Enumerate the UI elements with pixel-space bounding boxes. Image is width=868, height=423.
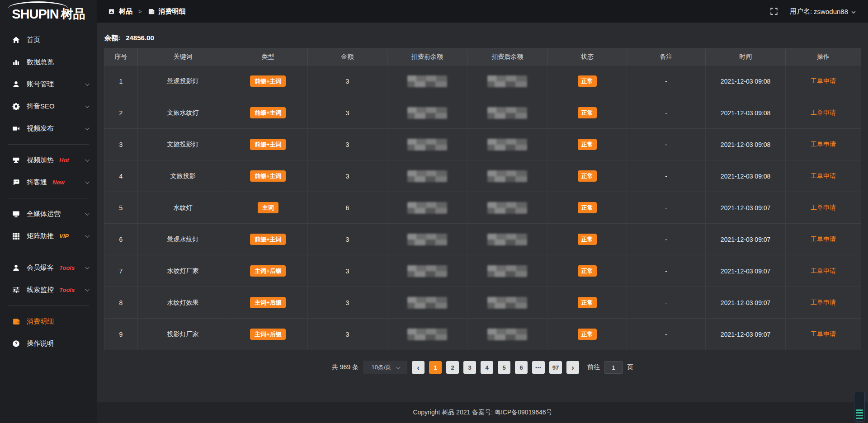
redacted-balance-after (487, 139, 527, 150)
sidebar-item-video-heat[interactable]: 视频加热Hot (0, 149, 97, 171)
time-text: 2021-12-03 09:07 (721, 268, 771, 275)
page-button-6[interactable]: 6 (515, 361, 528, 374)
time-text: 2021-12-03 09:08 (721, 141, 771, 148)
amount-text: 3 (345, 268, 349, 275)
sidebar-item-account-manage[interactable]: 账号管理 (0, 73, 97, 95)
table-header-row: 序号关键词类型金额扣费前余额扣费后余额状态备注时间操作 (104, 49, 861, 65)
chevron-down-icon (85, 211, 90, 216)
sidebar-item-video-publish[interactable]: 视频发布 (0, 118, 97, 140)
work-order-link[interactable]: 工单申请 (811, 330, 836, 338)
work-order-link[interactable]: 工单申请 (811, 141, 836, 149)
work-order-link[interactable]: 工单申请 (811, 204, 836, 212)
sidebar-item-media-operation[interactable]: 全媒体运营 (0, 203, 97, 225)
type-badge: 主词+后缀 (250, 329, 286, 340)
sidebar-item-badge: New (52, 179, 65, 186)
note-text: - (665, 236, 667, 243)
copyright-text: Copyright 树品 2021 备案号: 粤ICP备09019646号 (413, 409, 552, 417)
username-value: zswodun88 (814, 8, 848, 15)
table-row: 7水纹灯厂家主词+后缀3正常-2021-12-03 09:07工单申请 (104, 255, 861, 287)
goto-label: 前往 (587, 363, 600, 371)
sidebar-item-douketong[interactable]: 抖客通New (0, 171, 97, 193)
page-size-select[interactable]: 10条/页 (363, 361, 407, 374)
page-button-4[interactable]: 4 (481, 361, 493, 374)
work-order-link[interactable]: 工单申请 (811, 267, 836, 275)
column-header: 操作 (786, 49, 861, 65)
keyword-text: 文旅投影 (170, 172, 195, 180)
chevron-down-icon (85, 233, 90, 238)
work-order-link[interactable]: 工单申请 (811, 172, 836, 180)
chevron-down-icon (396, 365, 401, 369)
sidebar-item-label: 视频加热 (27, 156, 54, 164)
sidebar-item-member-burst[interactable]: 会员爆客Tools (0, 257, 97, 279)
work-order-link[interactable]: 工单申请 (811, 77, 836, 85)
type-badge: 前缀+主词 (250, 75, 286, 87)
goto-page-input[interactable] (604, 361, 623, 374)
row-index: 4 (119, 173, 123, 180)
sidebar-item-data-overview[interactable]: 数据总览 (0, 51, 97, 73)
note-text: - (665, 268, 667, 275)
logo-arc-decoration (8, 1, 68, 15)
sidebar-item-home[interactable]: 首页 (0, 29, 97, 51)
sidebar-item-label: 操作说明 (27, 339, 54, 348)
work-order-link[interactable]: 工单申请 (811, 299, 836, 307)
sidebar-item-label: 线索监控 (27, 286, 54, 294)
work-order-link[interactable]: 工单申请 (811, 109, 836, 117)
floating-widget[interactable] (854, 392, 865, 422)
redacted-balance-before (407, 170, 447, 182)
redacted-balance-after (487, 234, 527, 245)
redacted-balance-before (407, 234, 447, 245)
type-badge: 前缀+主词 (250, 170, 286, 182)
sidebar-item-douyin-seo[interactable]: 抖音SEO (0, 95, 97, 118)
next-page-button[interactable]: › (566, 361, 579, 374)
chevron-down-icon (85, 265, 90, 269)
page-button-2[interactable]: 2 (446, 361, 459, 374)
page-button-5[interactable]: 5 (498, 361, 510, 374)
table-body: 1景观投影灯前缀+主词3正常-2021-12-03 09:08工单申请2文旅水纹… (104, 65, 861, 350)
amount-text: 3 (345, 141, 349, 148)
sidebar-item-operation-guide[interactable]: ?操作说明 (0, 333, 97, 355)
table-row: 3文旅投影灯前缀+主词3正常-2021-12-03 09:08工单申请 (104, 128, 861, 160)
amount-text: 6 (345, 204, 349, 212)
sidebar-item-label: 首页 (27, 36, 40, 44)
redacted-balance-before (407, 139, 447, 150)
app-logo[interactable]: SHUPIN 树品 (0, 0, 97, 28)
user-area: 用户名: zswodun88 (770, 7, 856, 16)
sidebar: SHUPIN 树品 首页数据总览账号管理抖音SEO视频发布视频加热Hot抖客通N… (0, 0, 97, 423)
table-row: 4文旅投影前缀+主词3正常-2021-12-03 09:08工单申请 (104, 160, 861, 192)
breadcrumb-current: 消费明细 (159, 7, 186, 16)
sidebar-divider (8, 198, 89, 198)
sidebar-item-label: 抖音SEO (27, 102, 55, 111)
row-index: 6 (119, 236, 123, 243)
keyword-text: 水纹灯效果 (167, 299, 198, 307)
row-index: 2 (119, 109, 123, 117)
redacted-balance-before (407, 265, 447, 277)
sidebar-item-consume-detail[interactable]: 消费明细 (0, 310, 97, 333)
type-badge: 前缀+主词 (250, 139, 286, 150)
sidebar-item-label: 消费明细 (27, 317, 54, 326)
user-menu[interactable]: 用户名: zswodun88 (790, 7, 856, 16)
column-header: 扣费前余额 (387, 49, 467, 65)
type-badge: 主词+后缀 (250, 265, 286, 277)
redacted-balance-after (487, 297, 527, 309)
breadcrumb-root[interactable]: 树品 (119, 7, 132, 16)
home-icon (12, 36, 20, 44)
wallet-icon (148, 8, 155, 15)
prev-page-button[interactable]: ‹ (412, 361, 425, 374)
page-button-97[interactable]: 97 (549, 361, 562, 374)
footer: Copyright 树品 2021 备案号: 粤ICP备09019646号 (97, 402, 868, 423)
page-button-1[interactable]: 1 (429, 361, 442, 374)
page-button-3[interactable]: 3 (463, 361, 476, 374)
fullscreen-icon[interactable] (770, 7, 778, 15)
type-badge: 主词+后缀 (250, 297, 286, 308)
page-ellipsis-button[interactable]: ••• (532, 361, 545, 374)
keyword-text: 景观投影灯 (167, 77, 198, 85)
redacted-balance-before (407, 75, 447, 87)
work-order-link[interactable]: 工单申请 (811, 235, 836, 244)
sidebar-item-clue-monitor[interactable]: 线索监控Tools (0, 279, 97, 301)
amount-text: 3 (345, 109, 349, 117)
time-text: 2021-12-03 09:08 (721, 78, 771, 85)
balance-label: 余额: (104, 34, 120, 42)
sidebar-item-matrix-boost[interactable]: 矩阵助推VIP (0, 225, 97, 247)
keyword-text: 投影灯厂家 (167, 330, 198, 338)
row-index: 5 (119, 204, 123, 212)
